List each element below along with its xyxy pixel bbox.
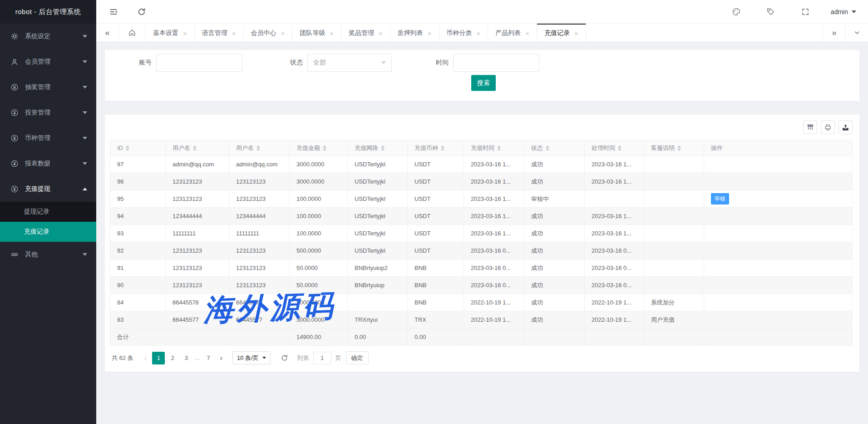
close-icon[interactable]: ×: [525, 30, 529, 37]
sidebar-item-会员管理[interactable]: 会员管理: [0, 49, 96, 75]
user-menu[interactable]: admin: [831, 8, 856, 15]
cell-username: 11111111: [166, 225, 229, 242]
tab-基本设置[interactable]: 基本设置×: [146, 24, 195, 42]
close-icon[interactable]: ×: [330, 30, 334, 37]
tab-bar: « 基本设置×语言管理×会员中心×团队等级×奖品管理×质押列表×币种分类×产品列…: [96, 24, 868, 42]
yen-circle-icon: [10, 108, 19, 117]
print-button[interactable]: [821, 120, 835, 134]
sort-icon[interactable]: [618, 145, 621, 151]
close-icon[interactable]: ×: [428, 30, 432, 37]
sidebar-item-其他[interactable]: 其他: [0, 242, 96, 267]
prev-page-button[interactable]: ‹: [144, 354, 147, 363]
cell-coin: USDT: [408, 208, 464, 225]
sidebar-item-币种管理[interactable]: 币种管理: [0, 125, 96, 151]
sort-icon[interactable]: [126, 145, 129, 151]
tabs-scroll-right-button[interactable]: »: [823, 24, 845, 42]
fullscreen-icon[interactable]: [796, 3, 814, 21]
confirm-button[interactable]: 确定: [346, 351, 369, 364]
sort-icon[interactable]: [256, 145, 260, 151]
table-row: 931111111111111111100.0000USDTertyjklUSD…: [110, 225, 853, 242]
status-field-group: 状态 全部: [290, 54, 392, 72]
sort-icon[interactable]: [441, 145, 444, 151]
sidebar-item-系统设定[interactable]: 系统设定: [0, 24, 96, 49]
close-icon[interactable]: ×: [379, 30, 383, 37]
export-button[interactable]: [838, 120, 853, 134]
page-button-7[interactable]: 7: [202, 352, 214, 364]
page-button-1[interactable]: 1: [152, 352, 165, 364]
time-input[interactable]: [453, 54, 539, 72]
cell-action: [704, 208, 853, 225]
sort-icon[interactable]: [193, 145, 197, 151]
total-row: 合计14900.000.000.00: [110, 329, 853, 346]
close-icon[interactable]: ×: [477, 30, 481, 37]
cell-username2: 123444444: [229, 208, 290, 225]
tag-icon[interactable]: [762, 3, 780, 21]
total-cell: 14900.00: [290, 329, 348, 346]
sidebar-subitem-充值记录[interactable]: 充值记录: [0, 222, 96, 242]
cell-time: 2023-03-16 0...: [464, 242, 524, 259]
tab-产品列表[interactable]: 产品列表×: [488, 24, 537, 42]
tab-充值记录[interactable]: 充值记录×: [537, 24, 586, 42]
sidebar-item-label: 抽奖管理: [25, 83, 83, 91]
palette-icon[interactable]: [727, 3, 745, 21]
tabs-menu-button[interactable]: [845, 24, 868, 42]
sort-icon[interactable]: [323, 145, 326, 151]
goto-page-input[interactable]: [313, 352, 331, 364]
refresh-table-button[interactable]: [281, 354, 288, 362]
column-header-label: 操作: [711, 144, 723, 152]
collapse-sidebar-icon[interactable]: [104, 3, 123, 21]
tab-币种分类[interactable]: 币种分类×: [439, 24, 488, 42]
account-input[interactable]: [156, 54, 242, 72]
tab-质押列表[interactable]: 质押列表×: [390, 24, 439, 42]
cell-network: TRXrtyui: [348, 311, 408, 329]
status-select[interactable]: 全部: [307, 54, 392, 72]
cell-status: 审核中: [524, 190, 585, 208]
close-icon[interactable]: ×: [232, 30, 236, 37]
close-icon[interactable]: ×: [183, 30, 187, 37]
page-button-2[interactable]: 2: [167, 352, 178, 364]
cell-action: [704, 225, 853, 242]
cell-time: 2023-03-16 1...: [464, 156, 524, 173]
sidebar-item-投资管理[interactable]: 投资管理: [0, 100, 96, 125]
page-button-3[interactable]: 3: [180, 352, 192, 364]
yen-circle-icon: [10, 185, 19, 194]
cell-id: 93: [110, 225, 166, 242]
page-size-select[interactable]: 10 条/页: [232, 351, 271, 364]
review-button[interactable]: 审核: [711, 193, 729, 205]
tab-团队等级[interactable]: 团队等级×: [292, 24, 341, 42]
tab-会员中心[interactable]: 会员中心×: [244, 24, 293, 42]
sidebar-item-报表数据[interactable]: 报表数据: [0, 151, 96, 176]
gear-icon: [10, 32, 19, 41]
next-page-button[interactable]: ›: [220, 354, 222, 363]
sidebar-item-抽奖管理[interactable]: 抽奖管理: [0, 75, 96, 100]
sort-icon[interactable]: [497, 145, 501, 151]
table-row: 94123444444123444444100.0000USDTertyjklU…: [110, 208, 853, 225]
column-header-充值网路: 充值网路: [348, 140, 408, 156]
tab-home[interactable]: [119, 24, 146, 42]
search-button[interactable]: 搜索: [471, 75, 496, 91]
sort-icon[interactable]: [546, 145, 549, 151]
column-header-label: ID: [117, 145, 123, 151]
time-label: 时间: [436, 59, 449, 67]
cell-id: 92: [110, 242, 166, 259]
cell-process_time: 2023-03-16 1...: [585, 156, 644, 173]
user-icon: [10, 57, 19, 66]
topbar: admin: [96, 0, 868, 24]
refresh-icon[interactable]: [133, 3, 151, 21]
cell-username2: 66445577: [229, 311, 290, 329]
yen-circle-icon: [10, 83, 19, 92]
sidebar-item-充值提现[interactable]: 充值提现: [0, 176, 96, 202]
sort-icon[interactable]: [677, 145, 681, 151]
close-icon[interactable]: ×: [281, 30, 285, 37]
tab-语言管理[interactable]: 语言管理×: [195, 24, 244, 42]
tab-奖品管理[interactable]: 奖品管理×: [341, 24, 390, 42]
cell-time: 2023-03-16 0...: [464, 259, 524, 277]
close-icon[interactable]: ×: [574, 30, 578, 37]
cell-note: [644, 242, 704, 259]
sidebar-subitem-提现记录[interactable]: 提现记录: [0, 202, 96, 222]
cell-action: [704, 277, 853, 294]
tabs-scroll-left-button[interactable]: «: [96, 24, 119, 42]
cell-username: 123123123: [166, 259, 229, 277]
columns-button[interactable]: [803, 120, 817, 134]
sort-icon[interactable]: [381, 145, 385, 151]
